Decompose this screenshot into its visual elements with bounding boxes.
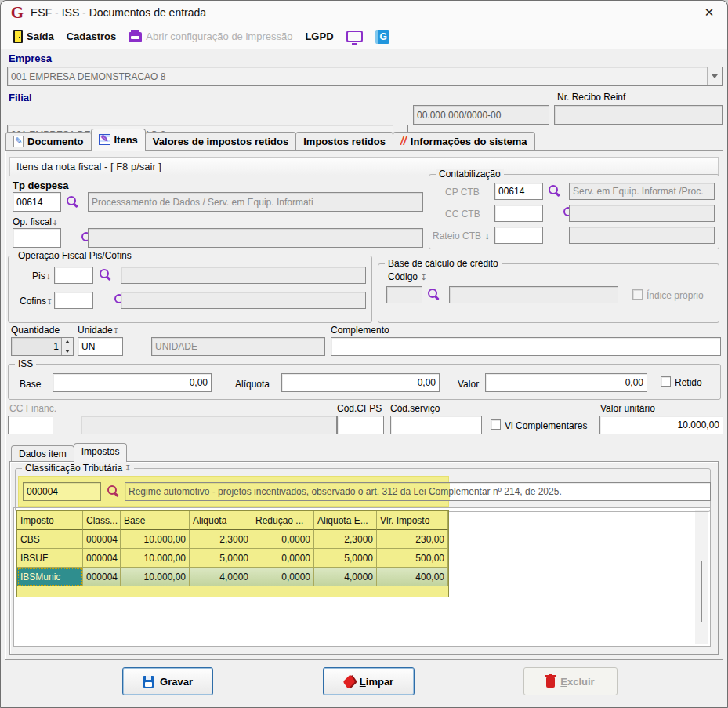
tp-despesa-desc-field: Processamento de Dados / Serv. em Equip.…: [88, 192, 423, 212]
table-row[interactable]: IBSMunic00000410.000,004,00000,00004,000…: [17, 568, 448, 586]
tp-despesa-search-icon[interactable]: [67, 196, 79, 209]
eraser-icon: [343, 674, 356, 688]
cp-ctb-search-icon[interactable]: [549, 185, 561, 198]
iss-base-label: Base: [20, 379, 41, 390]
contabilizacao-group: Contabilização CP CTB 00614 Serv. em Equ…: [429, 174, 719, 249]
itens-panel: Itens da nota fiscal - [ F8 p/sair ] Tp …: [5, 150, 723, 660]
table-cell: 2,3000: [314, 530, 377, 549]
tab-itens[interactable]: Itens: [91, 129, 146, 151]
valor-unitario-label: Valor unitário: [600, 403, 655, 414]
vertical-scrollbar[interactable]: [695, 510, 708, 644]
iss-group: ISS Base 0,00 Alíquota 0,00 Valor 0,00 R…: [8, 364, 721, 400]
quantidade-stepper[interactable]: 1: [11, 337, 74, 356]
column-header[interactable]: Redução ...: [252, 511, 314, 530]
iss-valor-input[interactable]: 0,00: [485, 373, 647, 392]
table-cell: 000004: [83, 549, 121, 568]
tab-informacoes-sistema[interactable]: // Informações do sistema: [393, 132, 535, 151]
iss-title: ISS: [15, 358, 36, 369]
menu-config-impressao-label: Abrir configuração de impressão: [146, 31, 292, 42]
subtab-impostos[interactable]: Impostos: [74, 443, 128, 462]
table-cell: 000004: [83, 530, 121, 549]
column-header[interactable]: Aliquota: [190, 511, 252, 530]
empresa-dropdown-icon[interactable]: [707, 67, 722, 85]
pis-cofins-group: Operação Fiscal Pis/Cofins Pis Cofins: [8, 256, 372, 323]
iss-base-input[interactable]: 0,00: [53, 373, 212, 392]
cp-ctb-input[interactable]: 00614: [494, 183, 543, 200]
cod-cfps-input[interactable]: [337, 416, 384, 434]
rateio-ctb-input[interactable]: [494, 227, 543, 244]
tp-despesa-input[interactable]: 00614: [13, 192, 61, 212]
menu-saida[interactable]: Saída: [7, 24, 60, 49]
scrollbar-thumb[interactable]: [701, 561, 702, 622]
pis-desc-field: [121, 267, 366, 284]
impostos-subpanel: Classificação Tributária 000004 Regime a…: [9, 461, 719, 655]
limpar-button-label: Limpar: [360, 676, 393, 688]
valor-unitario-input[interactable]: 10.000,00: [599, 416, 723, 434]
table-cell: 0,0000: [252, 530, 314, 549]
base-credito-title: Base de cálculo de crédito: [385, 258, 502, 269]
op-fiscal-label: Op. fiscal: [13, 216, 58, 227]
tab-documento-label: Documento: [27, 136, 84, 147]
table-cell: 5,0000: [314, 549, 377, 568]
pis-input[interactable]: [54, 267, 93, 284]
cc-ctb-input[interactable]: [494, 205, 543, 222]
cc-ctb-desc-field: [569, 205, 715, 222]
op-fiscal-input[interactable]: [13, 228, 61, 248]
codigo-pin-icon: [420, 274, 426, 281]
codigo-input[interactable]: [386, 286, 422, 303]
pis-search-icon[interactable]: [100, 269, 112, 281]
monitor-icon: [346, 31, 363, 42]
limpar-button[interactable]: Limpar: [323, 667, 415, 695]
tab-impostos-retidos[interactable]: Impostos retidos: [295, 132, 393, 151]
cp-ctb-label: CP CTB: [445, 187, 480, 198]
stepper-up-icon[interactable]: [62, 338, 73, 347]
table-cell: 4,0000: [190, 568, 252, 586]
system-info-icon: //: [400, 135, 407, 147]
column-header[interactable]: Base: [121, 511, 190, 530]
vl-complementares-checkbox[interactable]: [491, 419, 501, 430]
subtab-dados-item[interactable]: Dados item: [11, 445, 74, 462]
tab-valores-label: Valores de impostos retidos: [153, 136, 288, 147]
menu-monitor[interactable]: [340, 24, 369, 49]
column-header[interactable]: Vlr. Imposto: [377, 511, 448, 530]
codigo-search-icon[interactable]: [428, 289, 440, 301]
table-cell: 230,00: [377, 530, 448, 549]
table-cell: IBSUF: [17, 549, 83, 568]
impostos-grid: ImpostoClass...BaseAliquotaRedução ...Al…: [16, 510, 449, 597]
classificacao-code-input[interactable]: 000004: [23, 482, 101, 501]
retido-checkbox[interactable]: [661, 376, 671, 387]
column-header[interactable]: Class...: [83, 511, 121, 530]
cc-financ-input[interactable]: [8, 416, 53, 434]
empresa-combobox[interactable]: 001 EMPRESA DEMONSTRACAO 8: [7, 67, 723, 86]
complemento-label: Complemento: [331, 325, 389, 336]
tab-valores-impostos-retidos[interactable]: Valores de impostos retidos: [145, 132, 296, 151]
document-pencil-icon: [13, 136, 24, 147]
menu-lgpd[interactable]: LGPD: [299, 24, 339, 49]
gravar-button[interactable]: Gravar: [122, 667, 213, 695]
table-row[interactable]: IBSUF00000410.000,005,00000,00005,000050…: [17, 549, 448, 568]
stepper-down-icon[interactable]: [62, 347, 73, 356]
iss-aliquota-input[interactable]: 0,00: [281, 373, 440, 392]
tab-itens-label: Itens: [114, 134, 138, 146]
close-icon[interactable]: [696, 2, 723, 23]
rateio-ctb-label: Rateio CTB: [433, 231, 491, 241]
sub-tabstrip: Dados item Impostos: [11, 443, 126, 462]
quantidade-label: Quantidade: [11, 325, 60, 336]
recibo-reinf-field: [554, 105, 723, 125]
recibo-reinf-label: Nr. Recibo Reinf: [557, 92, 625, 103]
unidade-input[interactable]: UN: [78, 337, 123, 356]
menu-help[interactable]: G: [369, 24, 396, 49]
column-header[interactable]: Aliquota E...: [314, 511, 377, 530]
classificacao-search-icon[interactable]: [107, 485, 120, 498]
table-row[interactable]: CBS00000410.000,002,30000,00002,3000230,…: [17, 530, 448, 549]
column-header[interactable]: Imposto: [17, 511, 83, 530]
menu-cadastros[interactable]: Cadastros: [60, 24, 123, 49]
cod-servico-input[interactable]: [390, 416, 482, 434]
menu-lgpd-label: LGPD: [305, 31, 333, 42]
cofins-input[interactable]: [54, 292, 93, 309]
tab-documento[interactable]: Documento: [5, 132, 92, 151]
quantidade-value: 1: [12, 338, 61, 355]
complemento-input[interactable]: [331, 337, 721, 356]
empresa-value: 001 EMPRESA DEMONSTRACAO 8: [11, 71, 165, 82]
indice-proprio-checkbox[interactable]: [632, 289, 643, 300]
